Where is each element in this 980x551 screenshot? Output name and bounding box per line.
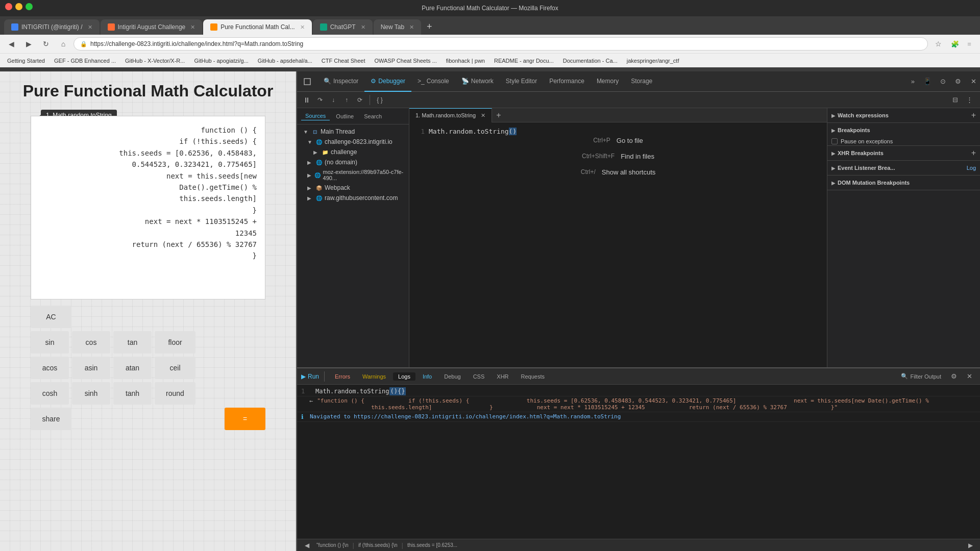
bookmark-readme-angr[interactable]: README - angr Docu... [491,57,557,65]
home-button[interactable]: ⌂ [56,37,70,51]
editor-tab-close-icon[interactable]: ✕ [481,112,485,119]
sinh-button[interactable]: sinh [72,382,110,405]
event-log-label[interactable]: Log [967,165,976,171]
console-close-icon[interactable]: ✕ [963,370,976,383]
bottom-nav-prev-btn[interactable]: ◀ [301,540,312,551]
bookmark-fibonhack[interactable]: fibonhack | pwn [443,57,488,65]
watch-expressions-header[interactable]: ▶ Watch expressions + [827,108,980,122]
debugger-settings-icon[interactable]: ⋮ [963,93,976,107]
tab-debugger[interactable]: ⚙ Debugger [364,71,411,92]
bookmark-owasp[interactable]: OWASP Cheat Sheets ... [371,57,439,65]
tree-item-no-domain[interactable]: ▶ 🌐 (no domain) [297,157,409,167]
bookmark-button[interactable]: ☆ [931,37,945,51]
devtools-icon[interactable] [297,78,317,86]
pretty-print-btn[interactable]: { } [374,94,385,106]
tab-close-icon[interactable]: ✕ [300,24,305,31]
tab-chatgpt[interactable]: ChatGPT ✕ [313,19,373,35]
tab-close-icon[interactable]: ✕ [190,24,195,31]
bookmark-documentation-ca[interactable]: Documentation - Ca... [560,57,621,65]
xhr-header[interactable]: ▶ XHR Breakpoints + [827,146,980,160]
dom-mutation-header[interactable]: ▶ DOM Mutation Breakpoints [827,176,980,190]
equals-button[interactable]: = [225,408,265,430]
menu-icon[interactable]: ≡ [963,37,976,51]
tab-console[interactable]: >_ Console [411,71,455,92]
sources-tab-btn-search[interactable]: Search [360,112,386,120]
bookmark-getting-started[interactable]: Getting Started [4,57,48,65]
bookmark-jakespringer[interactable]: jakespringer/angr_ctf [624,57,682,65]
editor-tab-math-random[interactable]: 1. Math.random.toString ✕ [409,108,492,122]
tab-close-icon[interactable]: ✕ [409,24,414,31]
sources-tab-btn-outline[interactable]: Outline [332,112,358,120]
pause-on-exceptions-item[interactable]: Pause on exceptions [827,137,980,145]
console-tab-logs[interactable]: Logs [393,372,415,381]
watch-add-icon[interactable]: + [971,111,976,120]
bookmark-gef[interactable]: GEF - GDB Enhanced ... [51,57,119,65]
bookmark-ctf[interactable]: CTF Cheat Sheet [318,57,369,65]
back-button[interactable]: ◀ [4,37,18,51]
forward-button[interactable]: ▶ [21,37,36,51]
step-btn[interactable]: ⟳ [354,94,365,106]
console-tab-warnings[interactable]: Warnings [357,372,391,381]
url-bar[interactable]: 🔒 https://challenge-0823.intigriti.io/ch… [74,37,928,51]
tab-memory[interactable]: Memory [591,71,625,92]
share-button[interactable]: share [31,408,71,430]
tree-item-raw-github[interactable]: ▶ 🌐 raw.githubusercontent.com [297,193,409,203]
console-tab-errors[interactable]: Errors [330,372,355,381]
tree-item-webpack[interactable]: ▶ 📦 Webpack [297,183,409,193]
sin-button[interactable]: sin [31,331,69,354]
step-over-btn[interactable]: ↷ [314,94,326,106]
console-tab-requests[interactable]: Requests [516,372,550,381]
tab-new[interactable]: New Tab ✕ [374,19,421,35]
breakpoints-header[interactable]: ▶ Breakpoints [827,123,980,137]
atan-button[interactable]: atan [113,357,152,379]
tab-style-editor[interactable]: Style Editor [500,71,543,92]
acos-button[interactable]: acos [31,357,69,379]
event-listener-header[interactable]: ▶ Event Listener Brea... Log [827,161,980,175]
pick-element-icon[interactable]: ⊙ [936,75,949,88]
split-console-icon[interactable]: ⊟ [948,93,962,107]
editor-new-tab-btn[interactable]: + [492,109,505,122]
step-out-btn[interactable]: ↑ [341,94,352,106]
tab-close-icon[interactable]: ✕ [361,24,365,31]
tab-calc[interactable]: Pure Functional Math Cal... ✕ [203,19,311,35]
console-tab-debug[interactable]: Debug [439,372,465,381]
floor-button[interactable]: floor [155,331,195,354]
console-settings-icon[interactable]: ⚙ [947,370,961,383]
extensions-icon[interactable]: 🧩 [948,37,962,51]
console-tab-info[interactable]: Info [418,372,437,381]
bookmark-apsdehal[interactable]: GitHub - apsdehal/a... [255,57,315,65]
asin-button[interactable]: asin [72,357,110,379]
tree-item-moz-extension[interactable]: ▶ 🌐 moz-extension://89b97a50-c7fe-490... [297,167,409,183]
tan-button[interactable]: tan [113,331,152,354]
xhr-add-icon[interactable]: + [971,148,976,158]
devtools-more-btn[interactable]: » [907,78,919,85]
cosh-button[interactable]: cosh [31,382,69,405]
tab-close-icon[interactable]: ✕ [88,24,92,31]
pause-resume-btn[interactable]: ⏸ [301,94,312,106]
round-button[interactable]: round [155,382,195,405]
console-tab-css[interactable]: CSS [468,372,490,381]
tree-item-challenge-folder[interactable]: ▶ 📁 challenge [297,147,409,157]
console-tab-xhr[interactable]: XHR [492,372,513,381]
tree-item-challenge-domain[interactable]: ▼ 🌐 challenge-0823.intigriti.io [297,137,409,147]
tab-august-challenge[interactable]: Intigriti August Challenge ✕ [101,19,203,35]
run-button[interactable]: ▶ Run [301,373,319,380]
devtools-close-icon[interactable]: ✕ [967,75,980,88]
tab-network[interactable]: 📡 Network [455,71,500,92]
tree-item-main-thread[interactable]: ▼ ⊡ Main Thread [297,127,409,137]
devtools-settings-icon[interactable]: ⚙ [951,75,965,88]
tanh-button[interactable]: tanh [113,382,152,405]
sources-tab-btn-sources[interactable]: Sources [301,112,330,120]
ac-button[interactable]: AC [31,306,71,328]
tab-inspector[interactable]: 🔍 Inspector [317,71,364,92]
tab-performance[interactable]: Performance [543,71,591,92]
cos-button[interactable]: cos [72,331,110,354]
maximize-window-btn[interactable] [26,3,33,10]
minimize-window-btn[interactable] [15,3,22,10]
step-in-btn[interactable]: ↓ [328,94,339,106]
bookmark-xvector[interactable]: GitHub - X-Vector/X-R... [122,57,188,65]
pause-checkbox-icon[interactable] [831,138,838,144]
bookmark-apogiatzi[interactable]: GitHub - apogiatzi/g... [191,57,251,65]
responsive-design-icon[interactable]: 📱 [921,75,934,88]
bottom-nav-next-btn[interactable]: ▶ [965,540,976,551]
